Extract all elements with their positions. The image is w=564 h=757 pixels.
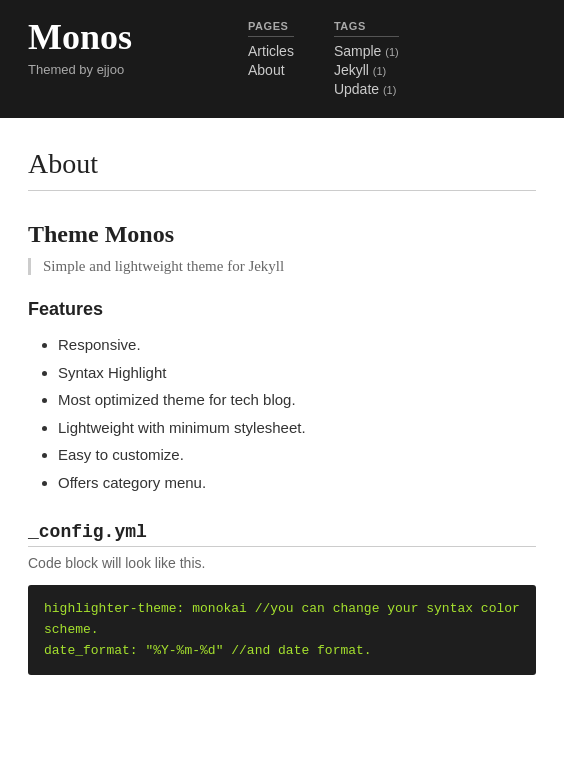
nav-about[interactable]: About [248,62,294,78]
tags-section: TAGS Sample (1) Jekyll (1) Update (1) [334,20,399,100]
code-line-1: highlighter-theme: monokai //you can cha… [44,599,520,641]
list-item: Most optimized theme for tech blog. [58,389,536,412]
pages-section: PAGES Articles About [248,20,294,100]
tags-label: TAGS [334,20,399,37]
article-body: Theme Monos Simple and lightweight theme… [28,221,536,675]
tag-sample-count: (1) [385,46,398,58]
tag-update-count: (1) [383,84,396,96]
site-brand: Monos Themed by ejjoo [28,18,188,77]
page-title: About [28,148,536,180]
site-header: Monos Themed by ejjoo PAGES Articles Abo… [0,0,564,118]
code-block: highlighter-theme: monokai //you can cha… [28,585,536,675]
main-content: About Theme Monos Simple and lightweight… [0,118,564,715]
config-description: Code block will look like this. [28,555,536,571]
config-heading: _config.yml [28,522,536,547]
pages-links: Articles About [248,43,294,78]
pages-label: PAGES [248,20,294,37]
list-item: Lightweight with minimum stylesheet. [58,417,536,440]
tag-jekyll[interactable]: Jekyll (1) [334,62,399,78]
features-heading: Features [28,299,536,320]
list-item: Easy to customize. [58,444,536,467]
main-nav: PAGES Articles About TAGS Sample (1) Jek… [248,18,399,100]
code-line-2: date_format: "%Y-%m-%d" //and date forma… [44,641,520,662]
tag-jekyll-count: (1) [373,65,386,77]
features-list: Responsive. Syntax Highlight Most optimi… [58,334,536,494]
site-title: Monos [28,18,188,58]
article-title: Theme Monos [28,221,536,248]
list-item: Syntax Highlight [58,362,536,385]
tag-update[interactable]: Update (1) [334,81,399,97]
page-title-divider [28,190,536,191]
site-tagline: Themed by ejjoo [28,62,188,77]
list-item: Responsive. [58,334,536,357]
tag-sample[interactable]: Sample (1) [334,43,399,59]
nav-articles[interactable]: Articles [248,43,294,59]
article-subtitle: Simple and lightweight theme for Jekyll [28,258,536,275]
list-item: Offers category menu. [58,472,536,495]
tags-links: Sample (1) Jekyll (1) Update (1) [334,43,399,97]
